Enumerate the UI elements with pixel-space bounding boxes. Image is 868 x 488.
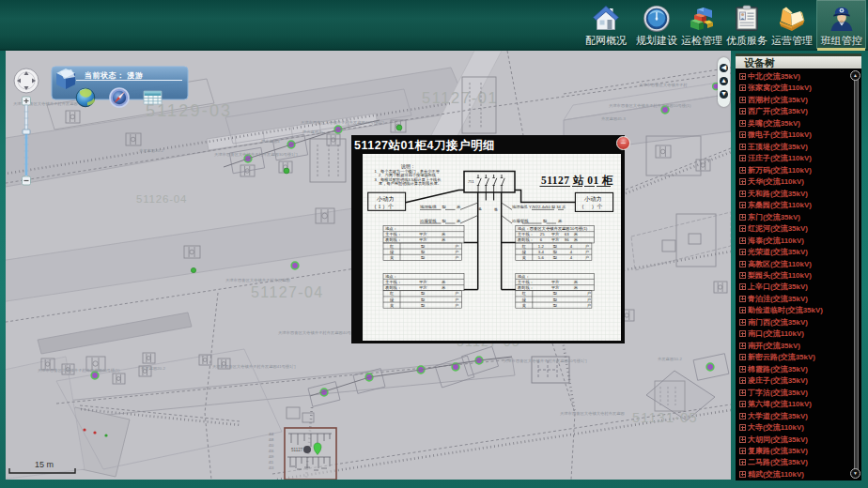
svg-text:51127-01: 51127-01 — [422, 89, 498, 106]
svg-text:黄: 黄 — [390, 255, 395, 260]
svg-text:51127-04: 51127-04 — [251, 284, 324, 300]
svg-text:型: 型 — [553, 255, 558, 260]
svg-text:声光鑫园4: 声光鑫园4 — [261, 139, 280, 144]
svg-text:刀1: 刀1 — [468, 179, 474, 184]
svg-text:型: 型 — [421, 303, 426, 308]
svg-text:408: 408 — [269, 438, 274, 442]
svg-text:1-2: 1-2 — [538, 244, 545, 249]
svg-text:黄: 黄 — [522, 303, 527, 308]
svg-text:红: 红 — [522, 291, 527, 296]
svg-text:小动力: 小动力 — [377, 195, 395, 202]
svg-text:表前线：: 表前线： — [385, 237, 401, 242]
svg-text:户: 户 — [455, 297, 458, 302]
svg-text:地点：: 地点： — [384, 226, 397, 231]
svg-text:地埋电缆: 地埋电缆 — [419, 205, 437, 209]
svg-text:户: 户 — [587, 297, 591, 302]
svg-text:绿: 绿 — [522, 250, 527, 254]
svg-text:米: 米 — [558, 219, 563, 223]
svg-text:天津市西青区大寺镇卉子村卉发鑫园40号楼1门: 天津市西青区大寺镇卉子村卉发鑫园40号楼1门 — [504, 358, 587, 364]
svg-text:3-4: 3-4 — [538, 250, 545, 254]
svg-text:天津市西青区大寺镇大寺村卉发鑫园: 天津市西青区大寺镇大寺村卉发鑫园 — [560, 411, 625, 417]
svg-text:25: 25 — [540, 232, 545, 236]
svg-text:户: 户 — [455, 255, 458, 260]
svg-text:表前线：: 表前线： — [385, 285, 401, 290]
svg-text:51127: 51127 — [291, 448, 303, 452]
svg-text:黄: 黄 — [522, 255, 527, 260]
svg-text:平方: 平方 — [419, 285, 427, 290]
svg-text:型: 型 — [421, 244, 426, 249]
svg-text:413: 413 — [269, 466, 274, 470]
svg-text:红: 红 — [522, 244, 527, 249]
svg-text:型: 型 — [553, 303, 558, 308]
svg-text:型: 型 — [442, 219, 447, 223]
svg-text:416: 416 — [269, 450, 274, 453]
svg-text:5-6: 5-6 — [538, 255, 545, 260]
svg-text:主干线：: 主干线： — [518, 232, 534, 236]
svg-text:卉发鑫园20-2: 卉发鑫园20-2 — [141, 366, 165, 371]
svg-text:地埋电缆 YJV22-4x50 型 34 米: 地埋电缆 YJV22-4x50 型 34 米 — [511, 205, 566, 209]
svg-text:米: 米 — [574, 280, 579, 284]
svg-text:主干线：: 主干线： — [518, 280, 534, 284]
svg-text:户: 户 — [587, 291, 591, 296]
svg-text:天津市西青区大寺镇卉子村卉发鑫园: 天津市西青区大寺镇卉子村卉发鑫园 — [225, 278, 290, 283]
svg-text:411: 411 — [269, 461, 273, 465]
svg-text:小动力: 小动力 — [584, 195, 602, 202]
svg-text:（ ）个: （ ）个 — [579, 204, 603, 210]
svg-text:409: 409 — [269, 455, 274, 459]
svg-text:红: 红 — [390, 244, 395, 249]
svg-text:地点：: 地点： — [384, 274, 397, 279]
svg-text:51127 站 01 柜: 51127 站 01 柜 — [541, 175, 613, 186]
svg-text:地点：西青区大寺镇卉发鑫园10号楼(1): 地点：西青区大寺镇卉发鑫园10号楼(1) — [517, 226, 588, 231]
svg-text:型: 型 — [421, 297, 426, 302]
svg-text:米: 米 — [442, 237, 446, 242]
svg-text:型: 型 — [553, 250, 558, 254]
svg-text:户: 户 — [585, 255, 589, 260]
svg-text:户: 户 — [585, 244, 589, 249]
svg-text:声光鑫园4a: 声光鑫园4a — [302, 130, 324, 134]
svg-text:平方: 平方 — [551, 237, 560, 242]
svg-text:（ 1 ）个: （ 1 ）个 — [371, 204, 394, 210]
svg-text:平方: 平方 — [419, 237, 427, 242]
svg-text:户: 户 — [585, 250, 589, 254]
svg-text:户: 户 — [455, 244, 458, 249]
svg-text:米: 米 — [457, 219, 461, 223]
svg-text:410: 410 — [269, 444, 274, 448]
svg-text:米: 米 — [442, 285, 446, 290]
svg-text:主干线：: 主干线： — [385, 232, 401, 236]
svg-text:米: 米 — [574, 285, 579, 290]
svg-text:当前状态： 漫游: 当前状态： 漫游 — [85, 71, 144, 80]
svg-text:平方: 平方 — [551, 280, 560, 284]
svg-text:户: 户 — [455, 250, 458, 254]
svg-text:51131-05: 51131-05 — [632, 410, 698, 425]
svg-text:黄: 黄 — [390, 303, 395, 308]
svg-text:平方: 平方 — [551, 285, 560, 290]
svg-text:型: 型 — [421, 250, 426, 254]
svg-text:表前线：: 表前线： — [518, 237, 534, 242]
svg-text:型: 型 — [553, 244, 558, 249]
svg-text:户: 户 — [455, 303, 458, 308]
svg-text:天津市西青区大寺镇卉子村: 天津市西青区大寺镇卉子村 — [639, 83, 688, 88]
svg-text:米: 米 — [574, 237, 579, 242]
svg-text:绿: 绿 — [522, 297, 527, 302]
svg-text:型: 型 — [553, 297, 558, 302]
svg-text:404: 404 — [269, 433, 274, 436]
svg-text:96: 96 — [565, 237, 569, 242]
svg-text:平方: 平方 — [419, 280, 427, 284]
svg-text:15 m: 15 m — [35, 460, 54, 469]
svg-text:米: 米 — [442, 280, 446, 284]
svg-text:沿墙管线: 沿墙管线 — [419, 219, 437, 223]
svg-text:平方: 平方 — [551, 232, 560, 236]
svg-text:红: 红 — [390, 291, 395, 296]
svg-text:型: 型 — [442, 205, 447, 209]
svg-text:绿: 绿 — [390, 297, 395, 302]
svg-text:户: 户 — [587, 303, 591, 308]
svg-text:平方: 平方 — [419, 232, 427, 236]
svg-text:63: 63 — [565, 232, 569, 236]
svg-text:绿: 绿 — [390, 250, 395, 254]
svg-text:天津市西青区大寺镇卉子村卉发鑫园40号楼1门: 天津市西青区大寺镇卉子村卉发鑫园40号楼1门 — [278, 330, 362, 336]
svg-text:型: 型 — [421, 255, 426, 260]
svg-text:型: 型 — [543, 219, 548, 223]
svg-text:型: 型 — [553, 291, 558, 296]
svg-text:主干线：: 主干线： — [385, 280, 401, 284]
svg-text:米: 米 — [574, 232, 579, 236]
